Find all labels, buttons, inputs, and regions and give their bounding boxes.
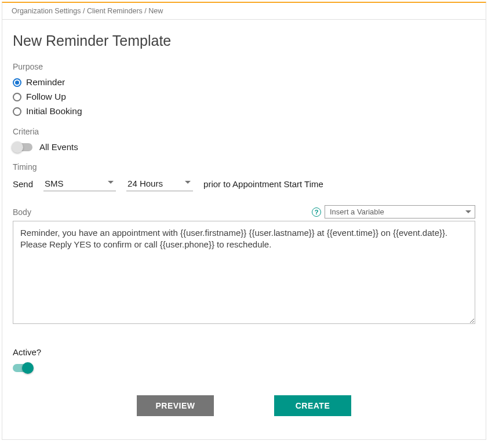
timing-suffix: prior to Appointment Start Time <box>203 179 323 191</box>
preview-button[interactable]: PREVIEW <box>137 395 214 416</box>
timing-label: Timing <box>13 162 475 172</box>
chevron-down-icon <box>108 181 114 184</box>
breadcrumb: Organization Settings / Client Reminders… <box>2 3 486 20</box>
purpose-option-reminder[interactable]: Reminder <box>13 77 475 88</box>
body-textarea[interactable] <box>13 221 475 324</box>
radio-icon <box>13 78 21 87</box>
active-label: Active? <box>13 347 475 357</box>
method-value: SMS <box>45 179 64 188</box>
purpose-option-followup[interactable]: Follow Up <box>13 92 475 102</box>
variable-select-wrap: ? Insert a Variable <box>312 205 475 218</box>
purpose-label: Purpose <box>13 62 475 71</box>
criteria-toggle[interactable] <box>13 143 32 151</box>
purpose-option-initial[interactable]: Initial Booking <box>13 106 475 116</box>
variable-select-placeholder: Insert a Variable <box>330 207 384 216</box>
content: New Reminder Template Purpose Reminder F… <box>2 20 486 439</box>
radio-label: Initial Booking <box>26 106 82 116</box>
criteria-label: Criteria <box>13 127 475 136</box>
purpose-radio-group: Reminder Follow Up Initial Booking <box>13 77 475 116</box>
interval-value: 24 Hours <box>128 179 163 188</box>
active-toggle[interactable] <box>13 364 32 372</box>
create-button[interactable]: CREATE <box>274 395 351 416</box>
variable-select[interactable]: Insert a Variable <box>325 205 475 218</box>
chevron-down-icon <box>185 181 191 184</box>
interval-select[interactable]: 24 Hours <box>126 177 193 191</box>
active-section: Active? <box>13 347 475 372</box>
body-header: Body ? Insert a Variable <box>13 205 475 218</box>
help-icon[interactable]: ? <box>312 207 321 217</box>
criteria-toggle-label: All Events <box>39 142 78 152</box>
send-label: Send <box>13 179 33 191</box>
criteria-row: All Events <box>13 142 475 152</box>
radio-icon <box>13 93 21 101</box>
chevron-down-icon <box>465 210 471 213</box>
settings-panel: Organization Settings / Client Reminders… <box>2 2 486 440</box>
body-label: Body <box>13 207 31 217</box>
radio-label: Follow Up <box>26 92 66 102</box>
button-row: PREVIEW CREATE <box>13 395 475 416</box>
method-select[interactable]: SMS <box>43 177 116 191</box>
page-title: New Reminder Template <box>13 32 475 49</box>
radio-icon <box>13 107 21 116</box>
timing-row: Send SMS 24 Hours prior to Appointment S… <box>13 177 475 191</box>
radio-label: Reminder <box>26 77 65 88</box>
